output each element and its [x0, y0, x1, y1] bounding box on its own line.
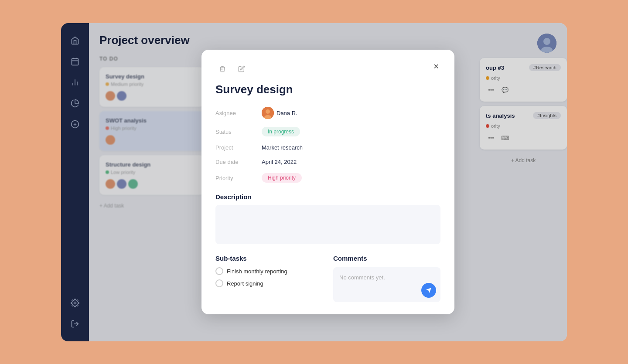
sidebar-item-home[interactable]: [66, 32, 84, 49]
modal-task-title: Survey design: [215, 83, 440, 96]
description-label: Description: [215, 193, 440, 201]
status-label: Status: [215, 129, 255, 135]
comments-column: Comments No comments yet.: [333, 255, 440, 302]
modal-overlay[interactable]: × Survey design Asignee: [89, 23, 567, 341]
subtask-checkbox-2[interactable]: [215, 279, 223, 287]
app-container: Project overview TO DO Survey design Med…: [61, 23, 567, 341]
subtask-item-2[interactable]: Report signing: [215, 279, 323, 287]
assignee-name: Dana R.: [276, 110, 297, 116]
due-date-value: April 24, 2022: [262, 159, 297, 165]
assignee-label: Asignee: [215, 110, 255, 116]
edit-button[interactable]: [235, 62, 249, 76]
comments-title: Comments: [333, 255, 440, 262]
due-date-label: Due date: [215, 159, 255, 165]
subtasks-title: Sub-tasks: [215, 255, 323, 262]
assignee-avatar: [262, 107, 274, 119]
project-label: Project: [215, 144, 255, 151]
send-comment-button[interactable]: [421, 283, 436, 298]
modal-fields: Asignee Dana R.: [215, 107, 440, 183]
sidebar-item-analytics[interactable]: [66, 74, 84, 91]
status-badge[interactable]: In progress: [262, 127, 300, 136]
sidebar-item-add[interactable]: [66, 116, 84, 133]
priority-field: Priority High priority: [215, 173, 440, 183]
svg-point-10: [74, 302, 76, 304]
subtask-item-1[interactable]: Finish monthly reporting: [215, 267, 323, 275]
subtasks-column: Sub-tasks Finish monthly reporting Repor…: [215, 255, 323, 302]
sidebar-item-charts[interactable]: [66, 95, 84, 112]
modal-toolbar: [215, 62, 440, 76]
description-textarea[interactable]: [215, 205, 440, 244]
main-content: Project overview TO DO Survey design Med…: [89, 23, 567, 341]
subtask-text-1: Finish monthly reporting: [227, 268, 287, 275]
assignee-field: Asignee Dana R.: [215, 107, 440, 119]
project-value: Market research: [262, 144, 303, 151]
close-modal-button[interactable]: ×: [430, 60, 442, 72]
sidebar: [61, 23, 89, 341]
subtask-text-2: Report signing: [227, 280, 263, 287]
sidebar-item-settings[interactable]: [66, 294, 84, 312]
sidebar-item-logout[interactable]: [66, 315, 84, 333]
no-comments-text: No comments yet.: [339, 274, 385, 281]
priority-label: Priority: [215, 175, 255, 181]
svg-point-16: [266, 109, 270, 114]
sidebar-item-calendar[interactable]: [66, 53, 84, 70]
status-field: Status In progress: [215, 127, 440, 136]
project-field: Project Market research: [215, 144, 440, 151]
bottom-section: Sub-tasks Finish monthly reporting Repor…: [215, 255, 440, 302]
subtask-checkbox-1[interactable]: [215, 267, 223, 275]
delete-button[interactable]: [215, 62, 229, 76]
task-detail-modal: × Survey design Asignee: [201, 50, 454, 314]
priority-badge[interactable]: High priority: [262, 173, 302, 183]
svg-rect-0: [72, 58, 78, 65]
due-date-field: Due date April 24, 2022: [215, 159, 440, 165]
assignee-value: Dana R.: [262, 107, 297, 119]
comments-box: No comments yet.: [333, 267, 440, 302]
